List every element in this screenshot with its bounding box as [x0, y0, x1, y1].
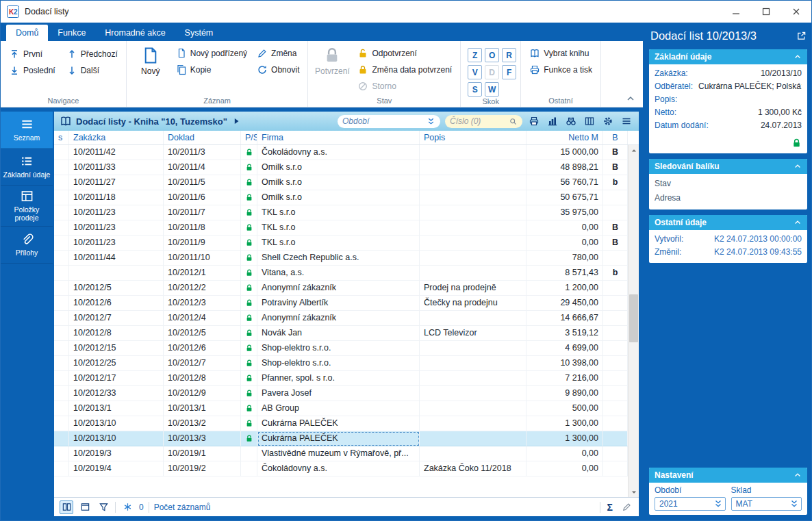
filter-button[interactable]	[97, 500, 110, 514]
tab-funkce[interactable]: Funkce	[48, 25, 95, 41]
section-header-nastaveni[interactable]: Nastavení	[649, 468, 807, 483]
table-row[interactable]: 10/2011/4210/2011/3Čokoládovny a.s.15 00…	[54, 145, 628, 160]
skok-f-button[interactable]: F	[502, 65, 516, 79]
scroll-up-button[interactable]	[629, 145, 639, 155]
skok-s-button[interactable]: S	[468, 82, 482, 97]
odpotvrzeni-button[interactable]: Odpotvrzení	[353, 47, 456, 60]
maximize-button[interactable]	[751, 1, 781, 23]
section-header-ostatni-udaje[interactable]: Ostatní údaje	[649, 215, 807, 230]
obnovit-button[interactable]: Obnovit	[253, 63, 303, 77]
edit-button[interactable]	[620, 500, 633, 514]
table-row[interactable]: 10/2012/2510/2012/7Shop-elektro s.r.o.10…	[54, 356, 628, 371]
find-button[interactable]	[564, 114, 578, 128]
kopie-button[interactable]: Kopie	[172, 63, 251, 77]
tab-hromadne-akce[interactable]: Hromadné akce	[95, 25, 175, 41]
novy-button[interactable]: Nový	[131, 44, 170, 76]
skok-r-button[interactable]: R	[502, 48, 516, 62]
table-row[interactable]: 10/2012/1510/2012/6Shop-elektro s.r.o.4 …	[54, 341, 628, 356]
open-in-window-button[interactable]	[796, 31, 807, 41]
obdobi-filter-input[interactable]: Období	[338, 115, 440, 128]
menu-button[interactable]	[620, 114, 633, 128]
table-row[interactable]: 10/2013/110/2013/1AB Group500,00	[54, 401, 628, 416]
table-row[interactable]: 10/2012/510/2012/2Anonymní zákazníkProde…	[54, 281, 628, 296]
table-row[interactable]: 10/2012/810/2012/5Novák JanLCD Televizor…	[54, 326, 628, 341]
column-header-zakzka[interactable]: Zakázka	[69, 131, 164, 144]
table-row[interactable]: 10/2012/610/2012/3Potraviny AlbertíkČteč…	[54, 296, 628, 311]
column-header-b[interactable]: B	[603, 131, 628, 144]
columns-button[interactable]	[583, 114, 596, 128]
skok-d-button[interactable]: D	[485, 65, 499, 79]
sidebar-item-prilohy[interactable]: Přílohy	[1, 227, 53, 264]
prvni-button[interactable]: První	[5, 47, 60, 62]
table-row[interactable]: 10/2011/2310/2011/7TKL s.r.o35 975,00	[54, 205, 628, 220]
funkce-a-tisk-button[interactable]: Funkce a tisk	[525, 63, 596, 77]
scrollbar-track[interactable]	[629, 155, 639, 487]
chevron-up-icon[interactable]	[794, 218, 802, 227]
skok-w-button[interactable]: W	[485, 82, 499, 97]
table-row[interactable]: 10/2011/4410/2011/10Shell Czech Republic…	[54, 251, 628, 266]
chevron-up-icon[interactable]	[794, 471, 802, 479]
column-header-popis[interactable]: Popis	[420, 131, 526, 144]
sum-button[interactable]: Σ	[607, 502, 613, 513]
marked-records-button[interactable]	[120, 500, 134, 514]
table-row[interactable]: 10/2013/1010/2013/2Cukrárna PALEČEK1 300…	[54, 416, 628, 431]
dalsi-button[interactable]: Další	[62, 63, 122, 78]
sidebar-item-polozky-prodeje[interactable]: Položky prodeje	[1, 186, 53, 227]
book-expand-button[interactable]	[231, 116, 241, 126]
view-columns-button[interactable]	[60, 500, 73, 514]
column-header-nettom[interactable]: Netto M	[526, 131, 603, 144]
obdobi-select[interactable]: 2021	[655, 497, 726, 511]
chevron-up-icon[interactable]	[794, 53, 802, 61]
table-row[interactable]: 10/2012/1Vitana, a.s.8 571,43b	[54, 266, 628, 281]
skok-o-button[interactable]: O	[485, 48, 499, 62]
table-row[interactable]: 10/2019/310/2019/1Vlastivědné muzeum v R…	[54, 446, 628, 461]
zmena-button[interactable]: Změna	[253, 47, 303, 60]
sklad-select[interactable]: MAT	[731, 497, 802, 511]
sledovani-item[interactable]: Adresa	[655, 191, 802, 205]
storno-button[interactable]: Storno	[353, 79, 456, 93]
chevron-up-icon[interactable]	[794, 162, 802, 170]
sledovani-item[interactable]: Stav	[655, 177, 802, 191]
predchozi-button[interactable]: Předchozí	[62, 47, 122, 62]
sidebar-item-seznam[interactable]: Seznam	[1, 112, 53, 149]
table-row[interactable]: 10/2011/2710/2011/5Omilk s.r.o56 760,71b	[54, 175, 628, 190]
view-card-button[interactable]	[78, 500, 92, 514]
close-button[interactable]	[781, 1, 811, 23]
settings-button[interactable]	[601, 114, 615, 128]
novy-podrizeny-button[interactable]: Nový podřízený	[172, 47, 251, 60]
vertical-scrollbar[interactable]	[628, 145, 639, 497]
section-header-sledovani-baliku[interactable]: Sledování balíku	[649, 159, 807, 174]
tab-domu[interactable]: Domů	[6, 25, 48, 41]
cislo-search-input[interactable]: Číslo (0)	[445, 115, 522, 128]
column-header-s[interactable]: s	[54, 131, 69, 144]
table-row[interactable]: 10/2019/410/2019/2Čokoládovny a.s.Zakázk…	[54, 461, 628, 476]
potvrzeni-button[interactable]: Potvrzení	[312, 44, 352, 76]
skok-z-button[interactable]: Z	[468, 48, 482, 62]
collapse-ribbon-button[interactable]	[625, 93, 636, 104]
scrollbar-thumb[interactable]	[629, 294, 638, 342]
print-button[interactable]	[527, 114, 541, 128]
chart-button[interactable]	[546, 114, 559, 128]
zmena-data-potvrzeni-button[interactable]: Změna data potvrzení	[353, 63, 456, 77]
table-row[interactable]: 10/2012/710/2012/4Anonymní zákazník14 66…	[54, 311, 628, 326]
table-row[interactable]: 10/2011/2310/2011/9TKL s.r.o0,00B	[54, 236, 628, 251]
posledni-button[interactable]: Poslední	[5, 63, 60, 78]
column-header-doklad[interactable]: Doklad	[164, 131, 241, 144]
scroll-down-button[interactable]	[629, 487, 639, 497]
column-header-firma[interactable]: Firma	[257, 131, 420, 144]
table-row[interactable]: 10/2011/2310/2011/8TKL s.r.o0,00B	[54, 220, 628, 236]
table-row[interactable]: 10/2012/3310/2012/9Pavera Josef9 890,00	[54, 386, 628, 401]
table-row[interactable]: 10/2013/1010/2013/3Cukrárna PALEČEK1 300…	[54, 431, 628, 446]
sidebar-item-zakladni-udaje[interactable]: Základní údaje	[1, 149, 53, 186]
skok-v-button[interactable]: V	[468, 65, 482, 79]
table-row[interactable]: 10/2012/1710/2012/8Pfanner, spol. s r.o.…	[54, 371, 628, 386]
section-header-zakladni-udaje[interactable]: Základní údaje	[649, 49, 807, 64]
table-row[interactable]: 10/2011/1810/2011/6Omilk s.r.o50 675,71	[54, 190, 628, 205]
detail-title: Dodací list 10/2013/3	[650, 29, 757, 42]
table-row[interactable]: 10/2011/3310/2011/4Omilk s.r.o48 898,21B	[54, 160, 628, 175]
vybrat-knihu-button[interactable]: Vybrat knihu	[525, 47, 596, 60]
minimize-button[interactable]	[721, 1, 751, 23]
column-header-ps[interactable]: P/S	[241, 131, 257, 144]
tab-system[interactable]: Systém	[175, 25, 223, 41]
record-count-label[interactable]: Počet záznamů	[154, 503, 211, 512]
